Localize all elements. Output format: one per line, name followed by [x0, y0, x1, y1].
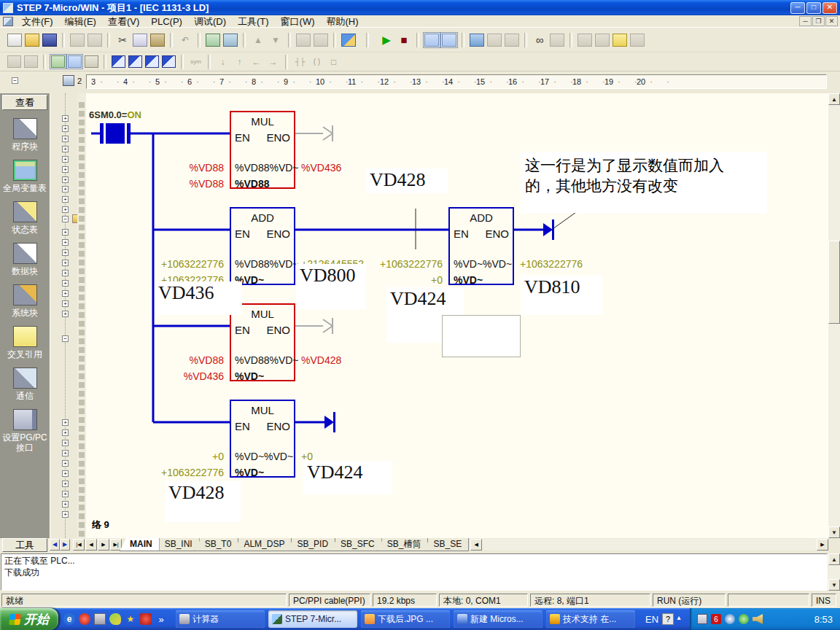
- chart-status-button[interactable]: [470, 34, 484, 47]
- sidebar-item-system-block[interactable]: 系统块: [0, 284, 50, 318]
- new-project-button[interactable]: [7, 34, 22, 47]
- menu-edit[interactable]: 编辑(E): [59, 15, 102, 28]
- unforce-button[interactable]: [145, 55, 159, 68]
- tree-expand-box[interactable]: [62, 186, 69, 192]
- lock-read-button[interactable]: [578, 34, 592, 47]
- sidebar-item-global-variable-table[interactable]: 全局变量表: [0, 160, 50, 193]
- language-indicator[interactable]: EN: [645, 614, 658, 625]
- tab-sb-t0[interactable]: SB_T0: [195, 538, 239, 551]
- table-view-button[interactable]: [85, 55, 98, 68]
- bookmark-glasses-button[interactable]: ∞: [532, 34, 547, 47]
- menu-tools[interactable]: 工具(T): [232, 15, 275, 28]
- tab-sb-pid[interactable]: SB_PID: [287, 538, 335, 551]
- tree-expand-box[interactable]: [62, 300, 69, 307]
- tab-sb-se[interactable]: SB_SE: [423, 538, 469, 551]
- tab-scroll-last-button[interactable]: ▶|: [110, 539, 122, 551]
- sidebar-tools-header[interactable]: 工具: [2, 538, 47, 552]
- tray-volume-icon[interactable]: [752, 614, 763, 624]
- tray-expand-chevron[interactable]: ▴: [674, 613, 684, 625]
- tree-scroll-right-button[interactable]: ▶: [60, 539, 70, 551]
- symbol-view-button[interactable]: [68, 55, 82, 68]
- hscroll-left-button[interactable]: ◀: [470, 539, 482, 551]
- task-image-viewer[interactable]: 下载后.JPG ...: [361, 610, 450, 628]
- maximize-button[interactable]: □: [806, 2, 821, 14]
- menu-plc[interactable]: PLC(P): [145, 15, 188, 28]
- line-left-button[interactable]: ←: [249, 55, 263, 68]
- tree-expand-box[interactable]: [62, 196, 69, 203]
- tab-main[interactable]: MAIN: [120, 538, 160, 551]
- tree-expand-box[interactable]: [62, 290, 69, 297]
- star-app-icon[interactable]: ★: [125, 613, 136, 625]
- tree-expand-box[interactable]: [62, 260, 69, 266]
- ladder-view-button[interactable]: [51, 55, 65, 68]
- insert-box-button[interactable]: □: [327, 55, 341, 68]
- line-up-button[interactable]: ↑: [233, 55, 246, 68]
- add-block-2[interactable]: ADD ENENO %VD~%VD~ %VD~ +1063222776 +0 +…: [448, 207, 514, 285]
- download-button[interactable]: ▼: [268, 34, 283, 47]
- run-button[interactable]: ▶: [379, 34, 394, 47]
- task-word[interactable]: 新建 Micros...: [454, 610, 542, 628]
- ime-help-icon[interactable]: ?: [662, 613, 674, 625]
- force-read-button[interactable]: [128, 55, 142, 68]
- tray-app1-icon[interactable]: [697, 614, 707, 624]
- menu-view[interactable]: 查看(V): [102, 15, 145, 28]
- tree-expand-box[interactable]: [62, 125, 69, 132]
- tree-expand-box[interactable]: [62, 176, 69, 183]
- task-calculator[interactable]: 计算器: [176, 610, 265, 628]
- start-button[interactable]: 开始: [0, 608, 58, 630]
- sidebar-item-program-block[interactable]: 程序块: [0, 118, 50, 152]
- tree-expand-box[interactable]: [62, 481, 69, 487]
- insert-coil-button[interactable]: ( ): [310, 55, 324, 68]
- tree-expand-box[interactable]: [62, 229, 69, 236]
- tree-expand-box[interactable]: [62, 460, 69, 467]
- force-lock-button[interactable]: [612, 34, 627, 47]
- ie-icon[interactable]: e: [63, 613, 75, 625]
- delete-network-button[interactable]: [24, 55, 38, 68]
- force-button[interactable]: [112, 55, 125, 68]
- sidebar-item-communication[interactable]: 通信: [0, 368, 50, 401]
- tree-expand-box[interactable]: [62, 311, 69, 317]
- tree-expand-box[interactable]: [62, 429, 69, 436]
- symbol-table-button[interactable]: sym: [189, 55, 203, 68]
- print-preview-button[interactable]: [88, 34, 102, 47]
- copy-button[interactable]: [133, 34, 147, 47]
- line-right-button[interactable]: →: [266, 55, 280, 68]
- compile-all-button[interactable]: [223, 34, 238, 47]
- upload-button[interactable]: ▲: [251, 34, 265, 47]
- scrollbar-thumb[interactable]: [828, 241, 840, 324]
- tree-expand-box[interactable]: [62, 501, 69, 508]
- tray-app4-icon[interactable]: [739, 614, 749, 624]
- app-red-icon[interactable]: [79, 613, 90, 625]
- hscroll-right-button[interactable]: ▶: [817, 539, 828, 551]
- output-scrollbar[interactable]: ▲ ▼: [828, 553, 840, 591]
- insert-network-button[interactable]: [7, 55, 21, 68]
- compile-button[interactable]: [206, 34, 220, 47]
- tree-expand-box[interactable]: [62, 146, 69, 152]
- chart-pause-button[interactable]: [487, 34, 502, 47]
- tree-expand-box[interactable]: [62, 470, 69, 477]
- cut-button[interactable]: ✂: [115, 34, 130, 47]
- tree-expand-box[interactable]: [62, 166, 69, 173]
- tab-scroll-left-button[interactable]: ◀: [85, 539, 97, 551]
- tree-collapse-box[interactable]: [62, 216, 69, 222]
- tray-app2-icon[interactable]: 6: [711, 614, 721, 624]
- tree-collapse-box[interactable]: [12, 77, 18, 84]
- menu-debug[interactable]: 调试(D): [188, 15, 232, 28]
- mul-block-1[interactable]: MUL ENENO %VD88%VD~ %VD88 %VD88 %VD88 %V…: [230, 111, 295, 189]
- lock-write-button[interactable]: [595, 34, 610, 47]
- tab-alm-dsp[interactable]: ALM_DSP: [233, 538, 292, 551]
- tab-scroll-right-button[interactable]: ▶: [98, 539, 109, 551]
- options-button[interactable]: [341, 34, 356, 47]
- tab-sb-ini[interactable]: SB_INI: [155, 538, 200, 551]
- tree-expand-box[interactable]: [62, 280, 69, 287]
- menu-file[interactable]: 文件(F): [16, 15, 59, 28]
- mul-block-3[interactable]: MUL ENENO %VD~%VD~ %VD~ +0 +1063222776 +…: [230, 400, 295, 478]
- menu-window[interactable]: 窗口(W): [275, 15, 321, 28]
- sidebar-item-status-table[interactable]: 状态表: [0, 201, 50, 235]
- app-red2-icon[interactable]: [140, 613, 152, 625]
- tab-scroll-first-button[interactable]: |◀: [73, 539, 85, 551]
- task-step7[interactable]: STEP 7-Micr...: [268, 610, 357, 628]
- tab-sb-sfc[interactable]: SB_SFC: [330, 538, 382, 551]
- unforce-lock-button[interactable]: [630, 34, 645, 47]
- tray-app3-icon[interactable]: [725, 614, 735, 624]
